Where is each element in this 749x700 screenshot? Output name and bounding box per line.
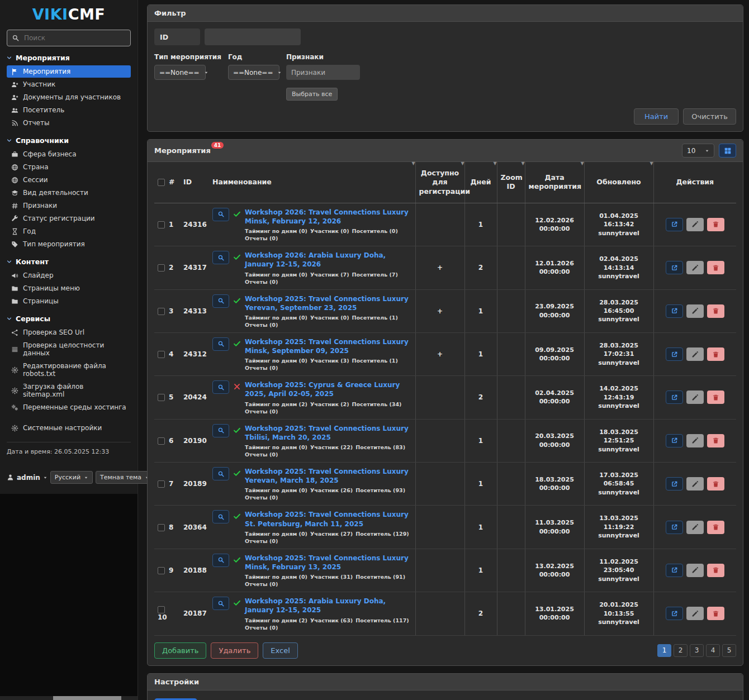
column-header-zoom-id[interactable]: Zoom ID — [497, 162, 525, 203]
row-edit-button[interactable] — [686, 521, 704, 534]
row-edit-button[interactable] — [686, 218, 704, 231]
column-header-available[interactable]: Доступно для регистрации — [415, 162, 464, 203]
row-delete-button[interactable] — [707, 218, 724, 231]
row-view-button[interactable] — [212, 554, 229, 567]
event-sublink[interactable]: Отчеты (0) — [245, 494, 278, 501]
event-title-link[interactable]: Workshop 2025: Travel Connections Luxury… — [245, 554, 412, 572]
sidebar-item[interactable]: Тип мероприятия — [7, 238, 131, 250]
attrs-input[interactable] — [286, 65, 360, 80]
column-header-name[interactable]: Наименование — [209, 162, 415, 203]
row-edit-button[interactable] — [686, 391, 704, 404]
row-edit-button[interactable] — [686, 434, 704, 447]
row-open-button[interactable] — [666, 347, 683, 361]
scrollbar-thumb[interactable] — [53, 696, 121, 700]
event-sublink[interactable]: Отчеты (0) — [245, 279, 278, 285]
event-sublink[interactable]: Участник (31) — [310, 574, 353, 580]
sidebar-item[interactable]: Год — [7, 225, 131, 237]
row-checkbox[interactable] — [158, 394, 165, 401]
row-delete-button[interactable] — [707, 477, 724, 491]
row-checkbox[interactable] — [158, 221, 165, 228]
nav-section-header-3[interactable]: Сервисы — [7, 315, 131, 323]
event-sublink[interactable]: Посетитель (91) — [355, 574, 405, 580]
event-sublink[interactable]: Посетитель (0) — [352, 228, 398, 234]
event-sublink[interactable]: Участник (26) — [310, 487, 353, 493]
add-button[interactable]: Добавить — [154, 642, 206, 659]
sidebar-item[interactable]: Участник — [7, 78, 131, 91]
event-sublink[interactable]: Тайминг по дням (2) — [245, 401, 307, 407]
column-header-updated[interactable]: Обновлено — [584, 162, 653, 203]
row-view-button[interactable] — [212, 251, 229, 264]
event-sublink[interactable]: Посетитель (129) — [355, 531, 409, 537]
event-title-link[interactable]: Workshop 2025: Cyprus & Greece Luxury 20… — [245, 380, 412, 398]
column-header-date[interactable]: Дата мероприятия — [525, 162, 584, 203]
row-open-button[interactable] — [666, 391, 683, 404]
row-edit-button[interactable] — [686, 347, 704, 361]
row-edit-button[interactable] — [686, 607, 704, 620]
user-menu[interactable]: admin — [17, 474, 40, 482]
event-sublink[interactable]: Отчеты (0) — [245, 365, 278, 371]
event-title-link[interactable]: Workshop 2025: Travel Connections Luxury… — [245, 424, 412, 442]
row-edit-button[interactable] — [686, 304, 704, 318]
column-header-days[interactable]: Дней — [464, 162, 497, 203]
page-button-4[interactable]: 4 — [706, 644, 720, 657]
event-sublink[interactable]: Участник (2) — [310, 401, 349, 407]
sidebar-item[interactable]: Признаки — [7, 199, 131, 212]
type-select[interactable]: ==None== — [154, 65, 206, 80]
event-sublink[interactable]: Посетитель (93) — [355, 487, 405, 493]
row-view-button[interactable] — [212, 337, 229, 351]
row-open-button[interactable] — [666, 564, 683, 577]
row-view-button[interactable] — [212, 208, 229, 221]
event-sublink[interactable]: Посетитель (1) — [352, 358, 398, 364]
sidebar-item[interactable]: Мероприятия — [7, 65, 131, 78]
event-title-link[interactable]: Workshop 2026: Travel Connections Luxury… — [245, 208, 412, 226]
event-sublink[interactable]: Отчеты (0) — [245, 235, 278, 241]
delete-button[interactable]: Удалить — [211, 642, 258, 659]
row-edit-button[interactable] — [686, 477, 704, 491]
row-checkbox[interactable] — [158, 524, 165, 531]
row-delete-button[interactable] — [707, 607, 724, 620]
row-edit-button[interactable] — [686, 261, 704, 274]
page-button-3[interactable]: 3 — [690, 644, 704, 657]
event-sublink[interactable]: Тайминг по дням (0) — [245, 358, 307, 364]
row-delete-button[interactable] — [707, 564, 724, 577]
event-sublink[interactable]: Тайминг по дням (0) — [245, 272, 307, 278]
page-button-2[interactable]: 2 — [674, 644, 688, 657]
sidebar-item[interactable]: Документы для участников — [7, 91, 131, 103]
row-checkbox[interactable] — [158, 264, 165, 272]
event-title-link[interactable]: Workshop 2025: Travel Connections Luxury… — [245, 337, 412, 355]
sidebar-item-system-settings[interactable]: Системные настройки — [7, 422, 131, 434]
row-delete-button[interactable] — [707, 261, 724, 274]
column-header-id[interactable]: ID — [180, 162, 209, 203]
sidebar-item[interactable]: Страна — [7, 161, 131, 173]
event-sublink[interactable]: Тайминг по дням (0) — [245, 228, 307, 234]
row-open-button[interactable] — [666, 218, 683, 231]
row-view-button[interactable] — [212, 424, 229, 437]
event-sublink[interactable]: Участник (22) — [310, 444, 353, 450]
event-sublink[interactable]: Отчеты (0) — [245, 322, 278, 328]
event-title-link[interactable]: Workshop 2025: Arabia Luxury Doha, Janua… — [245, 597, 412, 615]
event-title-link[interactable]: Workshop 2026: Arabia Luxury Doha, Janua… — [245, 251, 412, 269]
event-sublink[interactable]: Посетитель (7) — [352, 272, 398, 278]
sidebar-item[interactable]: Переменные среды хостинга — [7, 401, 131, 413]
language-select[interactable]: Русский — [50, 471, 93, 484]
clear-button[interactable]: Очистить — [683, 108, 736, 125]
event-sublink[interactable]: Тайминг по дням (2) — [245, 617, 307, 623]
row-checkbox[interactable] — [158, 437, 165, 445]
event-sublink[interactable]: Посетитель (1) — [352, 315, 398, 321]
event-title-link[interactable]: Workshop 2025: Travel Connections Luxury… — [245, 510, 412, 528]
page-button-1[interactable]: 1 — [657, 644, 671, 657]
row-edit-button[interactable] — [686, 564, 704, 577]
select-all-checkbox[interactable] — [158, 179, 165, 186]
event-sublink[interactable]: Посетитель (83) — [355, 444, 405, 450]
event-sublink[interactable]: Отчеты (0) — [245, 581, 278, 587]
row-delete-button[interactable] — [707, 434, 724, 447]
tab-english[interactable]: English — [154, 698, 197, 700]
grid-view-button[interactable] — [719, 144, 736, 158]
row-open-button[interactable] — [666, 304, 683, 318]
event-sublink[interactable]: Тайминг по дням (0) — [245, 444, 307, 450]
event-sublink[interactable]: Тайминг по дням (0) — [245, 574, 307, 580]
row-delete-button[interactable] — [707, 391, 724, 404]
sidebar-item[interactable]: Страницы меню — [7, 282, 131, 294]
find-button[interactable]: Найти — [634, 108, 679, 125]
sidebar-item[interactable]: Посетитель — [7, 104, 131, 116]
